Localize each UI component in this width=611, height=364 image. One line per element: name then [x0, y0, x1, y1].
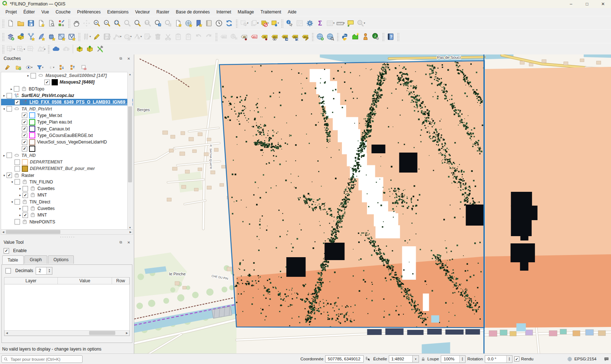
layer-row-departement-buf-pour-mer[interactable]: DEPARTEMENT_Buf_pour_mer	[1, 165, 133, 172]
layer-row-type-gcourseauberge-txt[interactable]: ✓Type_GCoursEauBERGE.txt	[1, 132, 133, 139]
move-label-button[interactable]: abc	[280, 32, 289, 42]
expander-icon[interactable]: ▾	[2, 107, 7, 111]
measure-button[interactable]: ▾	[336, 18, 345, 28]
expander-icon[interactable]: ▸	[18, 193, 23, 197]
layer-row-raster[interactable]: ▾✓Raster	[1, 172, 133, 178]
menu-item-2[interactable]: Vue	[38, 9, 52, 15]
expander-icon[interactable]: ▾	[10, 180, 15, 184]
menu-item-12[interactable]: Aide	[284, 9, 300, 15]
layer-checkbox[interactable]: ✓	[23, 213, 28, 218]
add-raster-layer-button[interactable]	[47, 32, 56, 42]
panel-close-button[interactable]: ✕	[126, 56, 132, 61]
new-geopackage-button[interactable]	[16, 32, 25, 42]
layer-checkbox[interactable]	[15, 159, 20, 165]
expander-icon[interactable]: ▸	[18, 213, 23, 217]
add-point-cloud-layer-button[interactable]	[67, 32, 76, 42]
new-project-button[interactable]	[6, 18, 15, 28]
layer-checkbox[interactable]	[7, 153, 12, 158]
add-group-button[interactable]	[13, 62, 23, 72]
layers-vertical-scrollbar[interactable]: ▲ ▼	[127, 72, 132, 230]
pointcloud-download-button[interactable]	[75, 44, 84, 54]
add-spatialite-layer-button[interactable]	[36, 32, 46, 42]
expander-icon[interactable]: ▸	[9, 87, 14, 91]
layer-row-ta-hd-ptsvirt[interactable]: ▾TA_HD_PtsVirt	[1, 105, 133, 112]
select-by-value-button[interactable]: ▾	[270, 18, 279, 28]
pin-unpin-labels-button[interactable]: ab	[260, 32, 269, 42]
dock-splitter[interactable]	[0, 235, 134, 238]
map-tips-button[interactable]	[346, 18, 355, 28]
layer-row-type-plan-eau-txt[interactable]: ✓Type_Plan eau.txt	[1, 119, 133, 125]
pointcloud-export-button[interactable]	[85, 44, 95, 54]
layer-row-tin-filino[interactable]: ▾TIN_FILINO	[1, 179, 133, 185]
layers-horizontal-scrollbar[interactable]: ◀ ▶	[1, 229, 133, 235]
layer-checkbox[interactable]	[15, 166, 20, 171]
layer-checkbox[interactable]	[14, 86, 19, 92]
zoom-in-button[interactable]: +	[92, 18, 101, 28]
collapse-all-button[interactable]	[68, 62, 77, 72]
layer-checkbox[interactable]: ✓	[22, 113, 27, 118]
layer-row-masques2-6460-[interactable]: ✓Masques2 [6460]	[1, 79, 133, 85]
layer-checkbox[interactable]: ✓	[44, 80, 50, 85]
menu-item-0[interactable]: Projet	[2, 9, 20, 15]
layer-row-type-mer-txt[interactable]: ✓Type_Mer.txt	[1, 112, 133, 119]
layer-checkbox[interactable]: ✓	[23, 193, 28, 198]
layer-checkbox[interactable]: ✓	[22, 133, 27, 138]
new-map-view-button[interactable]	[173, 18, 183, 28]
rotate-label-button[interactable]: abc	[290, 32, 300, 42]
expander-icon[interactable]: ▸	[2, 94, 7, 97]
panel-float-button[interactable]: ⧉	[118, 56, 124, 61]
layer-checkbox[interactable]: ✓	[15, 100, 20, 105]
filter-legend-button[interactable]: ▾	[35, 62, 45, 72]
decimals-spinner[interactable]: 2 ▲▼	[36, 267, 52, 275]
maximize-button[interactable]: □	[579, 0, 595, 8]
deselect-features-button[interactable]: ▾	[260, 18, 269, 28]
menu-item-4[interactable]: Préférences	[74, 9, 104, 15]
processing-toolbox-button[interactable]	[305, 18, 315, 28]
zoom-last-button[interactable]	[153, 18, 163, 28]
menu-item-5[interactable]: Extensions	[104, 9, 132, 15]
lock-icon[interactable]	[421, 356, 426, 362]
layer-row-tin-direct[interactable]: ▾TIN_Direct	[1, 199, 133, 205]
magnifier-spinner[interactable]: 100% ▲▼	[441, 355, 466, 363]
panel-close-button[interactable]: ✕	[126, 239, 132, 245]
data-source-manager-button[interactable]	[6, 32, 15, 42]
menu-item-3[interactable]: Couche	[52, 9, 74, 15]
layer-row-lhd-fxx-0508-6349-pts-o-lamb93-ign69-cop[interactable]: ✓LHD_FXX_0508_6349_PTS_O_LAMB93_IGN69_co…	[1, 99, 133, 105]
pan-map-button[interactable]	[72, 18, 81, 28]
crs-globe-icon[interactable]	[567, 356, 572, 362]
coordinate-input[interactable]: 507785, 6349012	[325, 355, 364, 363]
layer-checkbox[interactable]	[31, 73, 36, 78]
menu-item-11[interactable]: Traitement	[257, 9, 284, 15]
rotation-spinner[interactable]: 0.0 ° ▲▼	[485, 355, 512, 363]
expander-icon[interactable]: ▾	[2, 174, 7, 177]
help-button[interactable]: ?	[386, 32, 395, 42]
layer-checkbox[interactable]	[15, 219, 20, 225]
layer-row-departement[interactable]: DEPARTEMENT	[1, 159, 133, 165]
layer-row-bdtopo[interactable]: ▸BDTopo	[1, 86, 133, 92]
style-manager-button[interactable]: a	[57, 18, 66, 28]
menu-item-1[interactable]: Éditer	[20, 9, 38, 15]
menu-item-9[interactable]: Internet	[213, 9, 235, 15]
processing-model-button[interactable]	[351, 32, 360, 42]
tab-graph[interactable]: Graph	[24, 255, 47, 264]
zoom-full-button[interactable]	[112, 18, 122, 28]
new-print-layout-button[interactable]	[36, 18, 46, 28]
layer-styling-button[interactable]	[3, 62, 12, 72]
layer-checkbox[interactable]	[7, 106, 12, 112]
show-statistics-button[interactable]: Σ	[315, 18, 325, 28]
layer-checkbox[interactable]: ✓	[22, 126, 27, 132]
column-header-layer[interactable]: Layer	[4, 278, 58, 284]
python-console-button[interactable]	[340, 32, 350, 42]
menu-item-10[interactable]: Maillage	[235, 9, 257, 15]
identify-features-button[interactable]: i	[285, 18, 294, 28]
expander-icon[interactable]: ▾	[10, 200, 15, 204]
add-mesh-layer-button[interactable]	[57, 32, 66, 42]
layer-checkbox[interactable]	[23, 206, 28, 211]
expander-icon[interactable]: ▸	[2, 154, 7, 157]
add-vector-layer-button[interactable]	[26, 32, 36, 42]
temporal-controller-button[interactable]	[214, 18, 224, 28]
chevron-down-icon[interactable]: ▼	[413, 355, 419, 363]
layer-row-cuvettes[interactable]: ▸Cuvettes	[1, 205, 133, 212]
layer-row-nbrepoints[interactable]: NbrePOINTS	[1, 219, 133, 225]
layer-checkbox[interactable]: ✓	[22, 146, 27, 151]
